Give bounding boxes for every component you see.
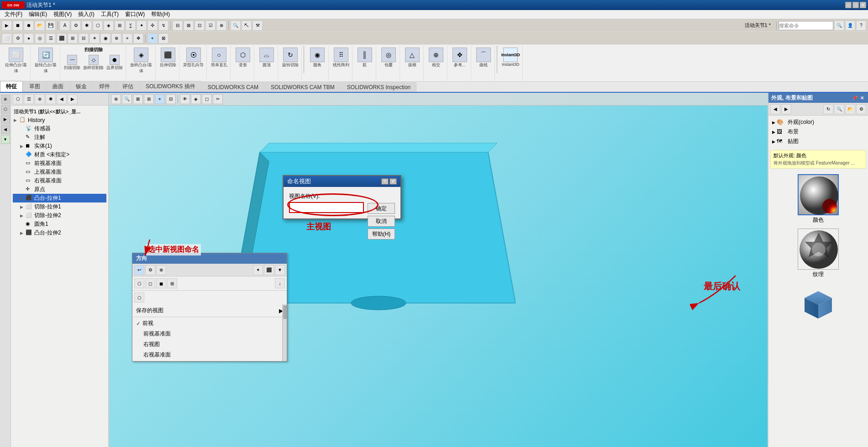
tab-sheetmetal[interactable]: 钣金 <box>70 81 93 92</box>
tab-surface[interactable]: 曲面 <box>47 81 69 92</box>
left-icon-4[interactable]: ◀ <box>1 125 10 134</box>
tree-item-cut-extrude1[interactable]: ▶ ⬜ 切除-拉伸1 <box>13 202 106 211</box>
menu-file[interactable]: 文件(F) <box>2 10 25 19</box>
deform-btn[interactable]: ⬡ 变形 <box>235 47 251 69</box>
revolve-btn[interactable]: 🔄 旋转凸台/基体 <box>33 47 58 75</box>
saved-views-item[interactable]: 保存的视图 ▶ <box>133 305 286 316</box>
tb2-b2[interactable]: ⊕ <box>111 33 121 43</box>
vp-view-btn[interactable]: 👁 <box>180 94 190 104</box>
di-btn3[interactable]: ◼ <box>156 278 166 288</box>
rp-settings-btn[interactable]: ⚙ <box>856 104 866 114</box>
vp-section-btn[interactable]: ✂ <box>213 94 223 104</box>
tab-evaluate[interactable]: 评估 <box>116 81 139 92</box>
dome-btn[interactable]: ⌓ 圆顶 <box>258 47 275 69</box>
tb-a2[interactable]: ⚙ <box>71 21 81 31</box>
left-icon-2[interactable]: ⬡ <box>1 105 10 114</box>
dp-btn-cube[interactable]: ⬛ <box>264 265 274 275</box>
hole-btn[interactable]: ⦿ 异型孔向导 <box>182 47 205 69</box>
tb2-b1[interactable]: ◉ <box>100 33 110 43</box>
vp-display-btn[interactable]: ◈ <box>191 94 201 104</box>
tab-sketch[interactable]: 草图 <box>23 81 46 92</box>
minimize-button[interactable]: ─ <box>845 2 852 8</box>
instant3d-btn[interactable]: Instant3D Instant3D <box>501 47 521 68</box>
close-button[interactable]: ✕ <box>860 2 866 8</box>
tb-user[interactable]: 👤 <box>845 21 855 31</box>
tb-b3[interactable]: ⊡ <box>195 21 205 31</box>
left-icon-1[interactable]: ⊕ <box>1 95 10 104</box>
tree-item-boss-extrude2[interactable]: ▶ ⬛ 凸台-拉伸2 <box>13 229 106 237</box>
tb-step[interactable]: ⏺ <box>24 21 34 31</box>
view-name-input[interactable] <box>289 202 364 213</box>
color-material-thumb[interactable] <box>798 174 839 215</box>
di-btn-down[interactable]: ↓ <box>275 278 285 288</box>
tree-item-sensor[interactable]: 📡 传感器 <box>13 124 106 133</box>
dp-btn-settings[interactable]: ⚙ <box>145 265 155 275</box>
tree-item-boss-extrude1[interactable]: ▶ ⬛ 凸台-拉伸1 <box>13 194 106 202</box>
tb-c1[interactable]: 🔍 <box>231 21 241 31</box>
tb-a5[interactable]: ◈ <box>104 21 114 31</box>
tb-a7[interactable]: ∑ <box>126 21 136 31</box>
tree-item-annotation[interactable]: ✎ 注解 <box>13 133 106 142</box>
tb-new[interactable]: ▶ <box>2 21 12 31</box>
di-btn4[interactable]: ⊞ <box>167 278 177 288</box>
tab-sw-inspection[interactable]: SOLIDWORKS Inspection <box>341 82 416 92</box>
pt-btn2[interactable]: ☰ <box>24 94 34 104</box>
tab-features[interactable]: 特征 <box>0 81 23 92</box>
tb-c3[interactable]: ⚒ <box>253 21 263 31</box>
menu-view[interactable]: 视图(V) <box>51 10 74 19</box>
tb-open[interactable]: 📂 <box>35 21 45 31</box>
di-btn5[interactable]: ⬡ <box>134 293 144 303</box>
tb-stop[interactable]: ⏹ <box>13 21 23 31</box>
view-item-front[interactable]: 前视 <box>133 318 286 329</box>
tb2-a2[interactable]: ⚙ <box>13 33 23 43</box>
tree-item-history[interactable]: ▶ 📋 History <box>13 116 106 124</box>
help-button[interactable]: 帮助(H) <box>368 229 395 239</box>
rp-folder-btn[interactable]: 📂 <box>845 104 855 114</box>
left-icon-3[interactable]: ▶ <box>1 115 10 124</box>
di-btn2[interactable]: ◻ <box>145 278 155 288</box>
cancel-button[interactable]: 取消 <box>368 216 395 227</box>
pt-btn5[interactable]: ◀ <box>57 94 67 104</box>
direction-panel[interactable]: 方向 ↩ ⚙ ⊕ ✦ ⬛ ▼ ⬡ ◻ ◼ ⊞ ↓ <box>132 253 287 362</box>
dp-btn-plus[interactable]: ⊕ <box>156 265 166 275</box>
fillet-btn[interactable]: ◉ 圆角 <box>309 47 326 69</box>
tb-a1[interactable]: A <box>60 21 70 31</box>
tb2-c2[interactable]: ⊠ <box>158 33 168 43</box>
tb-a9[interactable]: ✣ <box>147 21 158 31</box>
intersect-btn[interactable]: ⊕ 相交 <box>428 47 444 69</box>
tb-a8[interactable]: ✦ <box>137 21 147 31</box>
tb-b5[interactable]: ⊕ <box>216 21 226 31</box>
menu-edit[interactable]: 编辑(E) <box>26 10 50 19</box>
search-btn[interactable]: 🔍 <box>834 21 844 31</box>
dp-btn-orient[interactable]: ✦ <box>253 265 263 275</box>
view-item-right-plane[interactable]: 右视基准面 <box>133 350 286 360</box>
tab-sw-plugins[interactable]: SOLIDWORKS 插件 <box>140 81 201 92</box>
vp-btn3[interactable]: ⊠ <box>133 94 143 104</box>
view-item-right[interactable]: 右视图 <box>133 339 286 350</box>
menu-help[interactable]: 帮助(H) <box>148 10 173 19</box>
boundary-cut-btn[interactable]: ⬢ 边界切除 <box>105 54 124 72</box>
tb2-a7[interactable]: ⊞ <box>68 33 78 43</box>
tree-item-solid[interactable]: ▶ ◼ 实体(1) <box>13 142 106 150</box>
appearance-color-item[interactable]: ▶ 🎨 外观(color) <box>770 117 866 127</box>
tb2-b3[interactable]: ⌖ <box>122 33 132 43</box>
tb-help-btn[interactable]: ? <box>856 21 866 31</box>
vp-btn4[interactable]: ⊞ <box>144 94 154 104</box>
cut-extrude-btn[interactable]: ⬛ 拉伸切除 <box>159 47 177 69</box>
tb-a3[interactable]: ✱ <box>82 21 92 31</box>
tb2-a3[interactable]: ● <box>24 33 34 43</box>
tab-sw-cam[interactable]: SOLIDWORKS CAM <box>202 82 264 92</box>
tree-item-front-plane[interactable]: ▭ 前视基准面 <box>13 159 106 168</box>
viewport[interactable]: ⊕ 🔍 ⊠ ⊞ ⌖ ⊟ 👁 ◈ ◻ ✂ 选择正视于 <box>109 93 768 447</box>
curve-btn[interactable]: ⌒ 曲线 <box>475 47 492 69</box>
rp-pin-icon[interactable]: 📌 <box>852 95 858 101</box>
rp-search-btn[interactable]: 🔍 <box>834 104 844 114</box>
tab-weldment[interactable]: 焊件 <box>93 81 116 92</box>
dialog-close-icon[interactable]: ✕ <box>389 178 397 185</box>
sweep-profile-btn[interactable]: 〰 扫描切除 <box>63 54 81 72</box>
tb-a6[interactable]: ⊞ <box>115 21 125 31</box>
tb-a10[interactable]: ↯ <box>158 21 168 31</box>
tb2-a4[interactable]: ◎ <box>35 33 45 43</box>
rp-back-btn[interactable]: ◀ <box>770 104 780 114</box>
tb-save[interactable]: 💾 <box>46 21 56 31</box>
